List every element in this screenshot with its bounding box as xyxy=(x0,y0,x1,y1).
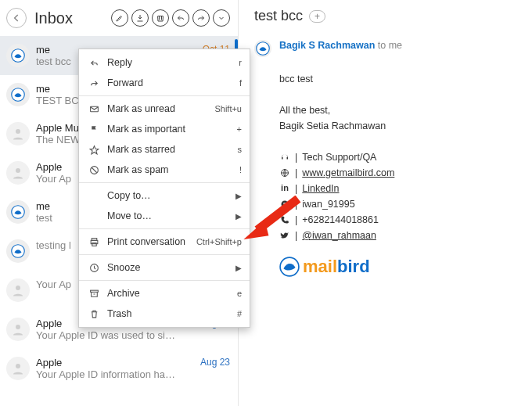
message-row[interactable]: AppleYour Apple ID information has…Aug 2… xyxy=(0,349,238,388)
print-icon xyxy=(87,237,101,247)
toolbar xyxy=(111,9,230,27)
twitter-icon xyxy=(279,231,290,240)
skype-icon: S xyxy=(279,199,290,209)
signature-text: iwan_91995 xyxy=(302,196,354,212)
message-body: bcc test All the best, Bagik Setia Rachm… xyxy=(254,71,516,280)
menu-item-label: Print conversation xyxy=(107,236,196,247)
avatar xyxy=(6,357,30,380)
menu-item-mark-as-unread[interactable]: Mark as unreadShift+u xyxy=(79,99,250,119)
add-label-button[interactable]: + xyxy=(309,10,325,23)
menu-item-copy-to[interactable]: Copy to…▶ xyxy=(79,185,250,206)
flag-icon xyxy=(87,124,101,135)
forward-icon xyxy=(87,78,101,88)
row-sender: Apple xyxy=(36,357,194,368)
sender-name: Bagik S Rachmawan xyxy=(279,40,375,51)
menu-shortcut: e xyxy=(237,289,242,298)
reply-icon xyxy=(87,58,101,68)
avatar xyxy=(6,318,30,341)
svg-line-12 xyxy=(92,167,97,173)
chevron-right-icon: ▶ xyxy=(235,192,242,200)
delete-button[interactable] xyxy=(152,9,169,27)
menu-item-label: Move to… xyxy=(107,210,235,221)
download-button[interactable] xyxy=(131,9,149,27)
chevron-right-icon: ▶ xyxy=(235,264,242,272)
phone-icon xyxy=(279,215,290,225)
menu-separator xyxy=(79,95,250,96)
reader-subject: test bcc xyxy=(254,8,303,24)
globe-icon xyxy=(279,168,290,178)
signature-link[interactable]: @iwan_rahmaan xyxy=(302,228,376,243)
context-menu: ReplyrForwardfMark as unreadShift+uMark … xyxy=(78,49,250,328)
avatar xyxy=(6,161,30,185)
menu-shortcut: # xyxy=(237,309,242,318)
menu-item-label: Mark as starred xyxy=(107,144,238,155)
linkedin-icon: in xyxy=(279,181,290,196)
signature-row: | +6282144018861 xyxy=(279,212,516,228)
menu-shortcut: + xyxy=(237,124,242,134)
reply-button[interactable] xyxy=(172,9,189,27)
menu-separator xyxy=(79,280,250,281)
headset-icon xyxy=(279,153,290,162)
signature-text: +6282144018861 xyxy=(302,212,379,228)
menu-item-label: Mark as important xyxy=(107,124,237,135)
svg-point-2 xyxy=(16,129,20,134)
signature-row: | Tech Support/QA xyxy=(279,149,516,165)
signature-row: S| iwan_91995 xyxy=(279,196,516,212)
menu-item-label: Archive xyxy=(107,288,237,299)
avatar xyxy=(6,83,30,106)
back-button[interactable] xyxy=(6,8,27,28)
more-button[interactable] xyxy=(213,9,230,27)
avatar xyxy=(6,44,30,67)
closing-2: Bagik Setia Rachmawan xyxy=(279,118,516,134)
archive-icon xyxy=(87,289,101,299)
menu-separator xyxy=(79,228,250,229)
menu-item-label: Copy to… xyxy=(107,190,235,201)
menu-item-reply[interactable]: Replyr xyxy=(79,52,250,73)
menu-item-label: Mark as spam xyxy=(107,164,239,175)
block-icon xyxy=(87,165,101,175)
row-date: Aug 23 xyxy=(200,357,230,368)
mailbird-logo: mailbird xyxy=(279,253,516,280)
signature-link[interactable]: www.getmailbird.com xyxy=(302,165,394,181)
menu-item-print-conversation[interactable]: Print conversationCtrl+Shift+p xyxy=(79,232,250,252)
menu-item-label: Forward xyxy=(107,77,239,88)
trash-icon xyxy=(87,309,101,319)
avatar xyxy=(6,278,30,302)
menu-item-snooze[interactable]: Snooze▶ xyxy=(79,257,250,278)
menu-item-move-to[interactable]: Move to…▶ xyxy=(79,206,250,226)
svg-point-6 xyxy=(16,286,20,290)
avatar xyxy=(6,200,30,224)
menu-item-forward[interactable]: Forwardf xyxy=(79,73,250,93)
menu-item-trash[interactable]: Trash# xyxy=(79,304,250,324)
star-icon xyxy=(87,145,101,155)
menu-separator xyxy=(79,254,250,255)
folder-title: Inbox xyxy=(34,9,111,27)
svg-rect-17 xyxy=(90,290,98,292)
signature-link[interactable]: LinkedIn xyxy=(302,181,339,196)
signature-text: Tech Support/QA xyxy=(302,149,376,165)
menu-item-mark-as-spam[interactable]: Mark as spam! xyxy=(79,160,250,180)
to-text: to me xyxy=(378,40,402,51)
svg-point-7 xyxy=(16,325,20,329)
menu-shortcut: ! xyxy=(239,165,242,174)
menu-separator xyxy=(79,182,250,183)
mail-icon xyxy=(87,104,101,114)
forward-button[interactable] xyxy=(192,9,210,27)
menu-item-archive[interactable]: Archivee xyxy=(79,283,250,304)
compose-button[interactable] xyxy=(111,9,128,27)
svg-marker-10 xyxy=(90,146,99,153)
signature-row: | www.getmailbird.com xyxy=(279,165,516,181)
closing-1: All the best, xyxy=(279,102,516,118)
svg-point-3 xyxy=(16,168,20,173)
menu-item-mark-as-important[interactable]: Mark as important+ xyxy=(79,119,250,139)
body-line: bcc test xyxy=(279,71,516,87)
avatar xyxy=(6,239,30,263)
from-line: Bagik S Rachmawan to me xyxy=(279,40,402,57)
chevron-right-icon: ▶ xyxy=(235,212,242,221)
menu-shortcut: Shift+u xyxy=(214,104,242,113)
menu-item-label: Mark as unread xyxy=(107,103,214,114)
signature-row: | @iwan_rahmaan xyxy=(279,228,516,243)
menu-shortcut: s xyxy=(238,145,243,154)
menu-item-mark-as-starred[interactable]: Mark as starreds xyxy=(79,139,250,160)
menu-item-label: Trash xyxy=(107,308,237,319)
